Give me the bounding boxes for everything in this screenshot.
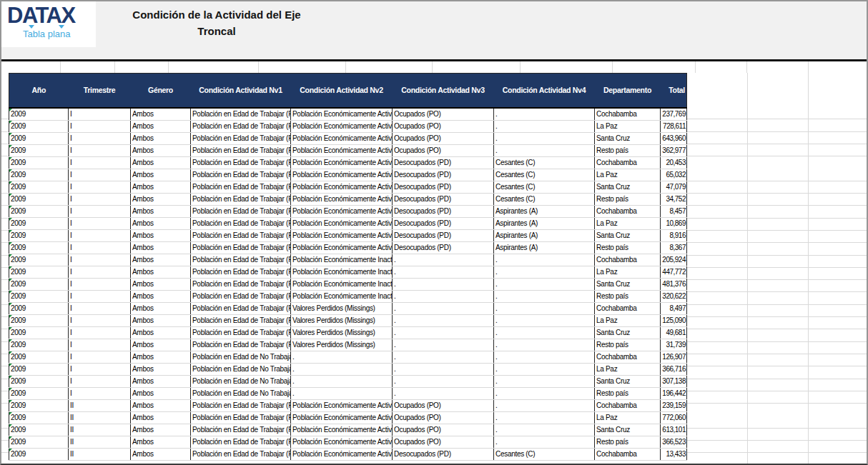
cell-nv3[interactable]: Ocupados (PO): [393, 411, 494, 424]
cell-nv2[interactable]: Población Económicamente Activa (PEA): [291, 156, 393, 169]
cell-nv4[interactable]: .: [494, 266, 595, 278]
cell-genero[interactable]: Ambos: [131, 436, 191, 448]
cell-total[interactable]: 8,367: [661, 241, 687, 254]
cell-total[interactable]: 362,977: [661, 144, 687, 156]
cell-departamento[interactable]: Resto país: [595, 290, 661, 302]
cell-nv1[interactable]: Población en Edad de Trabajar (PET): [191, 266, 291, 278]
cell-total[interactable]: 125,090: [661, 314, 687, 326]
cell-genero[interactable]: Ambos: [131, 363, 191, 375]
cell-ano[interactable]: 2009: [9, 144, 69, 156]
cell-trimestre[interactable]: I: [69, 181, 131, 193]
column-header-nv3[interactable]: Condición Actividad Nv3: [393, 74, 494, 108]
cell-trimestre[interactable]: I: [69, 169, 131, 181]
cell-departamento[interactable]: La Paz: [595, 120, 661, 132]
cell-nv1[interactable]: Población en Edad de Trabajar (PET): [191, 241, 291, 254]
cell-departamento[interactable]: Cochabamba: [595, 205, 661, 217]
cell-nv2[interactable]: .: [291, 375, 393, 387]
cell-departamento[interactable]: Santa Cruz: [595, 278, 661, 290]
cell-nv1[interactable]: Población en Edad de Trabajar (PET): [191, 448, 291, 460]
cell-nv2[interactable]: Valores Perdidos (Missings): [291, 339, 393, 351]
cell-departamento[interactable]: Cochabamba: [595, 156, 661, 169]
cell-nv3[interactable]: .: [393, 339, 494, 351]
cell-genero[interactable]: Ambos: [131, 314, 191, 326]
cell-ano[interactable]: 2009: [9, 132, 69, 144]
cell-genero[interactable]: Ambos: [131, 339, 191, 351]
cell-nv3[interactable]: .: [393, 363, 494, 375]
cell-nv3[interactable]: Desocupados (PD): [393, 181, 494, 193]
cell-nv3[interactable]: Desocupados (PD): [393, 217, 494, 229]
cell-nv1[interactable]: Población en Edad de Trabajar (PET): [191, 205, 291, 217]
cell-nv3[interactable]: .: [393, 290, 494, 302]
column-header-departamento[interactable]: Departamento: [595, 74, 661, 108]
cell-departamento[interactable]: Cochabamba: [595, 399, 661, 411]
cell-nv2[interactable]: .: [291, 351, 393, 363]
cell-genero[interactable]: Ambos: [131, 241, 191, 254]
cell-departamento[interactable]: La Paz: [595, 169, 661, 181]
cell-trimestre[interactable]: I: [69, 375, 131, 387]
cell-nv1[interactable]: Población en Edad de Trabajar (PET): [191, 424, 291, 436]
cell-nv3[interactable]: .: [393, 326, 494, 339]
cell-trimestre[interactable]: II: [69, 448, 131, 460]
cell-trimestre[interactable]: I: [69, 132, 131, 144]
cell-departamento[interactable]: Santa Cruz: [595, 326, 661, 339]
cell-total[interactable]: 613,101: [661, 424, 687, 436]
cell-nv4[interactable]: .: [494, 290, 595, 302]
cell-nv3[interactable]: Ocupados (PO): [393, 436, 494, 448]
cell-nv4[interactable]: .: [494, 108, 595, 121]
cell-trimestre[interactable]: I: [69, 266, 131, 278]
cell-nv4[interactable]: Cesantes (C): [494, 193, 595, 205]
cell-nv2[interactable]: .: [291, 363, 393, 375]
cell-total[interactable]: 13,433: [661, 448, 687, 460]
cell-nv1[interactable]: Población en Edad de Trabajar (PET): [191, 217, 291, 229]
cell-ano[interactable]: 2009: [9, 156, 69, 169]
cell-nv1[interactable]: Población en Edad de Trabajar (PET): [191, 144, 291, 156]
cell-trimestre[interactable]: II: [69, 424, 131, 436]
cell-departamento[interactable]: Resto país: [595, 241, 661, 254]
cell-ano[interactable]: 2009: [9, 169, 69, 181]
cell-total[interactable]: 728,611: [661, 120, 687, 132]
cell-total[interactable]: 196,442: [661, 387, 687, 399]
cell-genero[interactable]: Ambos: [131, 278, 191, 290]
column-header-nv2[interactable]: Condición Actividad Nv2: [291, 74, 393, 108]
cell-total[interactable]: 237,769: [661, 108, 687, 121]
cell-total[interactable]: 47,079: [661, 181, 687, 193]
column-header-genero[interactable]: Género: [131, 74, 191, 108]
cell-ano[interactable]: 2009: [9, 181, 69, 193]
cell-nv4[interactable]: .: [494, 436, 595, 448]
cell-ano[interactable]: 2009: [9, 205, 69, 217]
cell-total[interactable]: 8,497: [661, 302, 687, 314]
cell-nv1[interactable]: Población en Edad de Trabajar (PET): [191, 290, 291, 302]
cell-genero[interactable]: Ambos: [131, 120, 191, 132]
cell-nv3[interactable]: Desocupados (PD): [393, 169, 494, 181]
cell-nv1[interactable]: Población en Edad de Trabajar (PET): [191, 108, 291, 121]
cell-nv3[interactable]: .: [393, 266, 494, 278]
cell-nv2[interactable]: Población Económicamente Activa (PEA): [291, 205, 393, 217]
cell-departamento[interactable]: Santa Cruz: [595, 424, 661, 436]
cell-ano[interactable]: 2009: [9, 424, 69, 436]
cell-ano[interactable]: 2009: [9, 436, 69, 448]
cell-nv4[interactable]: Cesantes (C): [494, 156, 595, 169]
cell-nv3[interactable]: Ocupados (PO): [393, 399, 494, 411]
cell-trimestre[interactable]: I: [69, 302, 131, 314]
cell-nv3[interactable]: Desocupados (PD): [393, 193, 494, 205]
cell-nv3[interactable]: .: [393, 375, 494, 387]
cell-nv4[interactable]: .: [494, 424, 595, 436]
cell-nv3[interactable]: Desocupados (PD): [393, 205, 494, 217]
cell-nv2[interactable]: Población Económicamente Activa (PEA): [291, 436, 393, 448]
cell-departamento[interactable]: Resto país: [595, 387, 661, 399]
cell-ano[interactable]: 2009: [9, 266, 69, 278]
cell-departamento[interactable]: Cochabamba: [595, 448, 661, 460]
cell-ano[interactable]: 2009: [9, 326, 69, 339]
cell-total[interactable]: 34,752: [661, 193, 687, 205]
column-header-trimestre[interactable]: Trimestre: [69, 74, 131, 108]
cell-nv4[interactable]: .: [494, 254, 595, 266]
cell-nv3[interactable]: Desocupados (PD): [393, 448, 494, 460]
cell-nv4[interactable]: .: [494, 302, 595, 314]
cell-nv4[interactable]: Cesantes (C): [494, 448, 595, 460]
cell-total[interactable]: 49,681: [661, 326, 687, 339]
cell-nv2[interactable]: Población Económicamente Activa (PEA): [291, 399, 393, 411]
cell-departamento[interactable]: La Paz: [595, 411, 661, 424]
cell-nv2[interactable]: Población Económicamente Activa (PEA): [291, 132, 393, 144]
cell-ano[interactable]: 2009: [9, 339, 69, 351]
cell-departamento[interactable]: Cochabamba: [595, 254, 661, 266]
